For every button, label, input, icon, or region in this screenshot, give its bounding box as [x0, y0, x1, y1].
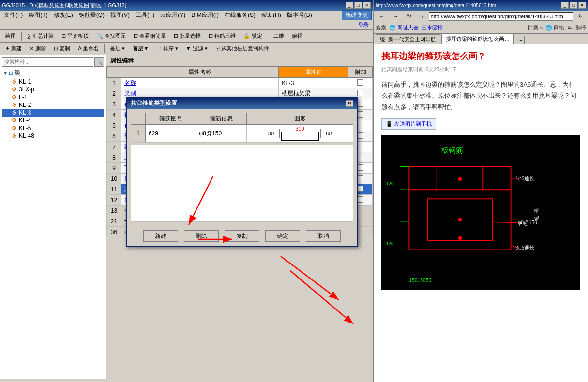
prop-row-num: 5 [107, 120, 121, 131]
rename-btn[interactable]: A 重命名 [75, 44, 102, 54]
menu-view[interactable]: 视图(V) [107, 11, 133, 20]
bookmark-recruit[interactable]: 三水区招 [422, 24, 443, 31]
rebar-shape-display: 300 [250, 126, 350, 141]
menu-tools[interactable]: 工具(T) [133, 11, 157, 20]
lock-btn[interactable]: 🔒 锁定 [240, 31, 266, 41]
menu-bim[interactable]: BIM应用(I) [188, 11, 222, 20]
prop-row-num: 21 [107, 216, 121, 227]
bookmark-extend[interactable]: 扩展 » [528, 24, 543, 31]
tab-question[interactable]: 挑耳边梁的箍筋该怎么画？-广… [441, 34, 514, 44]
sep3 [104, 44, 105, 53]
layer-select[interactable]: 桩层 ▾ [106, 44, 128, 54]
ok-rebar-btn[interactable]: 确定 [265, 230, 300, 242]
shape-left-input[interactable] [263, 129, 280, 138]
svg-point-28 [458, 177, 462, 181]
new-rebar-btn[interactable]: 新建 [143, 230, 178, 242]
tree-item-kl-48[interactable]: ⚙KL-48 [2, 132, 104, 140]
app-title: GGJ2015 - D:\(模型及施图)\联发施图(新区-1.GGJ12) [2, 2, 126, 9]
tree-root-beam[interactable]: ▼ ⊞ 梁 [2, 69, 104, 78]
menu-file[interactable]: 文件(F) [1, 11, 26, 20]
tree-item-3lx-p[interactable]: ⚙3LX-p [2, 86, 104, 93]
bookmark-translate[interactable]: Aa 翻译 [567, 24, 586, 31]
browser-maximize[interactable]: □ [570, 2, 577, 9]
delete-rebar-btn[interactable]: 删除 [184, 230, 219, 242]
forward-btn[interactable]: → [390, 12, 402, 21]
send-image-button[interactable]: 📱 发送图片到手机 [381, 118, 436, 130]
browser-title-bar: http://www.fwxgx.com/question/gimq/detai… [374, 0, 588, 11]
copy-btn[interactable]: ⊡ 复制 [50, 44, 74, 54]
browser-close[interactable]: ✕ [578, 2, 586, 9]
address-bar[interactable] [429, 12, 573, 21]
phone-icon: 📱 [386, 121, 392, 127]
cancel-rebar-btn[interactable]: 取消 [306, 230, 341, 242]
meta-distance: 距离问题结束时间 6天23小时17 [381, 66, 456, 72]
prop-row-num: 1 [107, 78, 121, 88]
menu-rebar[interactable]: 钢筋量(Q) [76, 11, 107, 20]
floor-select[interactable]: 首层 ▾ [129, 44, 151, 54]
tree-item-icon: ⚙ [12, 86, 17, 93]
tab-nav[interactable]: 统_新一代安全上网导航 [376, 34, 440, 44]
bookmark-nav[interactable]: 🌐 网址大全 [389, 24, 419, 31]
menu-draw[interactable]: 绘图(T) [26, 11, 50, 20]
menu-help[interactable]: 帮助(H) [258, 11, 284, 20]
delete-btn[interactable]: ✕ 删除 [26, 44, 49, 54]
menu-version[interactable]: 版本号(B) [284, 11, 315, 20]
tree-item-l-1[interactable]: ⚙L-1 [2, 93, 104, 101]
search-input[interactable] [2, 57, 93, 67]
bookmark-search[interactable]: 搜索 [376, 24, 386, 31]
level-top-btn[interactable]: ⊡ 平齐板顶 [58, 31, 92, 41]
dialog-row-num: 1 [131, 125, 146, 143]
menu-edit[interactable]: 修改(E) [51, 11, 76, 20]
tree-item-kl-2[interactable]: ⚙KL-2 [2, 101, 104, 109]
filter-btn[interactable]: ▼ 过滤 ▾ [182, 44, 211, 54]
top-view-btn[interactable]: 俯视 [288, 31, 306, 41]
tree-item-kl-1[interactable]: ⚙KL-1 [2, 78, 104, 86]
menu-cloud[interactable]: 云应用(Y) [157, 11, 188, 20]
tree-item-kl-3[interactable]: ⚙KL-3 [2, 109, 104, 117]
tab-new[interactable]: + [515, 36, 525, 44]
copy-from-floor-btn[interactable]: ⊡ 从其他桩层复制构件 [212, 44, 272, 54]
browser-nav-toolbar: ← → ↻ ⌂ ↻ [374, 11, 588, 22]
prop-row-num: 36 [107, 227, 121, 237]
checkbox-box[interactable] [357, 90, 363, 96]
bookmark-bank[interactable]: 🌐 网银 [545, 24, 564, 31]
menu-bar: 文件(F) 绘图(T) 修改(E) 钢筋量(Q) 视图(V) 工具(T) 云应用… [0, 11, 373, 20]
right-panel: http://www.fwxgx.com/question/gimq/detai… [373, 0, 588, 382]
check-rebar-btn[interactable]: ⊞ 查看钢筋量 [130, 31, 169, 41]
back-btn[interactable]: ← [376, 12, 388, 21]
tree-item-label: L-1 [19, 94, 27, 101]
new-btn[interactable]: ✦ 新建 [2, 44, 25, 54]
shape-right-input[interactable] [320, 129, 337, 138]
find-elem-btn[interactable]: 🔍 查找图元 [93, 31, 129, 41]
new-change-btn[interactable]: 新建变更 [342, 10, 372, 20]
search-button[interactable]: 🔍 [94, 57, 104, 67]
shape-box [281, 132, 319, 141]
prop-row-num: 13 [107, 206, 121, 216]
draw-btn[interactable]: 绘图 [2, 31, 19, 41]
refresh-btn[interactable]: ↻ [404, 12, 415, 21]
checkbox-box[interactable] [357, 79, 363, 86]
prop-check[interactable] [348, 78, 373, 88]
svg-text:120: 120 [386, 181, 394, 186]
maximize-button[interactable]: □ [354, 2, 362, 9]
tree-item-icon: ⚙ [12, 125, 17, 132]
sep1 [21, 32, 22, 41]
rebar-3d-btn[interactable]: ⊡ 钢筋三维 [205, 31, 239, 41]
sort-btn[interactable]: ↕ 排序 ▾ [155, 44, 181, 54]
home-btn[interactable]: ⌂ [417, 12, 427, 21]
close-button[interactable]: ✕ [363, 2, 371, 9]
copy-rebar-btn[interactable]: 复制 [225, 230, 259, 242]
tree-item-kl-5[interactable]: ⚙KL-5 [2, 124, 104, 132]
dialog-close-button[interactable]: ✕ [346, 100, 353, 107]
2d-btn[interactable]: 二维 [270, 31, 287, 41]
tree-item-label: KL-5 [19, 125, 31, 132]
minimize-button[interactable]: _ [346, 2, 353, 9]
tree-item-kl-4[interactable]: ⚙KL-4 [2, 117, 104, 124]
toolbar1: 绘图 ∑ 汇总计算 ⊡ 平齐板顶 🔍 查找图元 ⊞ 查看钢筋量 ⊟ 批量选择 ⊡… [0, 30, 373, 43]
browser-minimize[interactable]: _ [561, 2, 569, 9]
total-calc-btn[interactable]: ∑ 汇总计算 [24, 31, 57, 41]
go-btn[interactable]: ↻ [575, 12, 586, 21]
login-link[interactable]: 登录 [358, 21, 369, 29]
menu-online[interactable]: 在线服务(S) [222, 11, 258, 20]
batch-select-btn[interactable]: ⊟ 批量选择 [170, 31, 204, 41]
